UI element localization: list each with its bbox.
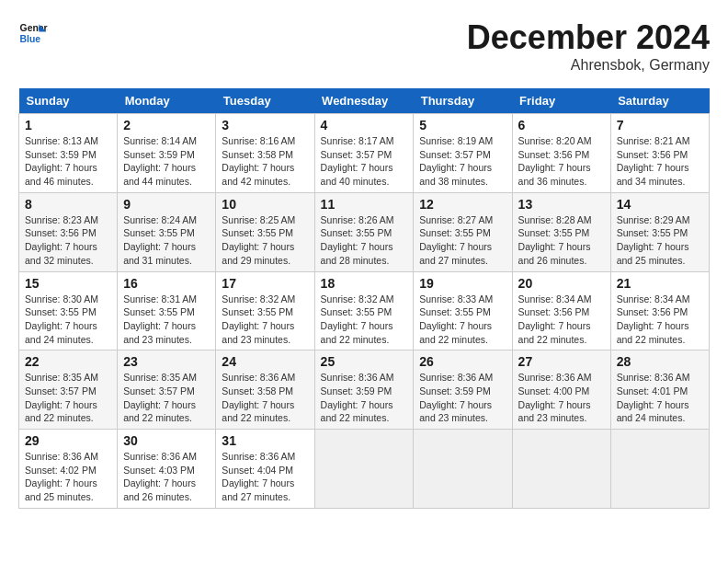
empty-day-cell [414,430,512,509]
day-number: 8 [25,197,111,212]
table-row: 13 Sunrise: 8:28 AM Sunset: 3:55 PM Dayl… [512,192,610,271]
table-row: 3 Sunrise: 8:16 AM Sunset: 3:58 PM Dayli… [216,114,314,193]
header-saturday: Saturday [610,88,709,114]
table-row: 18 Sunrise: 8:32 AM Sunset: 3:55 PM Dayl… [314,271,414,350]
title-block: December 2024 Ahrensbok, Germany [467,18,710,74]
day-number: 21 [617,276,703,291]
day-number: 22 [25,354,111,369]
table-row: 17 Sunrise: 8:32 AM Sunset: 3:55 PM Dayl… [216,271,314,350]
empty-day-cell [610,430,709,509]
day-number: 30 [123,433,210,448]
day-info: Sunrise: 8:36 AM Sunset: 4:04 PM Dayligh… [222,450,308,504]
header-tuesday: Tuesday [216,88,314,114]
day-info: Sunrise: 8:23 AM Sunset: 3:56 PM Dayligh… [25,213,111,268]
day-info: Sunrise: 8:31 AM Sunset: 3:55 PM Dayligh… [123,293,210,347]
day-number: 20 [518,276,605,291]
table-row: 1 Sunrise: 8:13 AM Sunset: 3:59 PM Dayli… [19,114,118,193]
calendar-subtitle: Ahrensbok, Germany [467,57,710,74]
header-friday: Friday [512,88,610,114]
calendar-week-row: 1 Sunrise: 8:13 AM Sunset: 3:59 PM Dayli… [19,114,710,193]
header-thursday: Thursday [414,88,512,114]
page-header: General Blue December 2024 Ahrensbok, Ge… [18,18,710,74]
day-number: 9 [123,197,210,212]
table-row: 28 Sunrise: 8:36 AM Sunset: 4:01 PM Dayl… [610,350,709,430]
table-row: 25 Sunrise: 8:36 AM Sunset: 3:59 PM Dayl… [314,350,414,430]
table-row: 10 Sunrise: 8:25 AM Sunset: 3:55 PM Dayl… [216,192,314,271]
table-row: 22 Sunrise: 8:35 AM Sunset: 3:57 PM Dayl… [19,350,118,430]
table-row: 16 Sunrise: 8:31 AM Sunset: 3:55 PM Dayl… [118,271,216,350]
day-number: 14 [617,197,703,212]
day-number: 2 [123,118,210,132]
day-info: Sunrise: 8:24 AM Sunset: 3:55 PM Dayligh… [123,213,210,268]
day-number: 19 [419,276,506,291]
table-row: 23 Sunrise: 8:35 AM Sunset: 3:57 PM Dayl… [118,350,216,430]
day-info: Sunrise: 8:36 AM Sunset: 4:01 PM Dayligh… [617,371,703,425]
table-row: 29 Sunrise: 8:36 AM Sunset: 4:02 PM Dayl… [19,430,118,509]
day-number: 26 [419,354,506,369]
table-row: 31 Sunrise: 8:36 AM Sunset: 4:04 PM Dayl… [216,430,314,509]
logo: General Blue [18,18,48,48]
table-row: 9 Sunrise: 8:24 AM Sunset: 3:55 PM Dayli… [118,192,216,271]
day-number: 18 [321,276,408,291]
day-number: 16 [123,276,210,291]
table-row: 27 Sunrise: 8:36 AM Sunset: 4:00 PM Dayl… [512,350,610,430]
day-number: 10 [222,197,308,212]
day-info: Sunrise: 8:27 AM Sunset: 3:55 PM Dayligh… [419,213,506,268]
svg-text:General: General [20,23,48,33]
calendar-week-row: 29 Sunrise: 8:36 AM Sunset: 4:02 PM Dayl… [19,430,710,509]
day-info: Sunrise: 8:36 AM Sunset: 4:02 PM Dayligh… [25,450,111,504]
weekday-header-row: Sunday Monday Tuesday Wednesday Thursday… [19,88,710,114]
day-info: Sunrise: 8:25 AM Sunset: 3:55 PM Dayligh… [222,213,308,268]
day-info: Sunrise: 8:32 AM Sunset: 3:55 PM Dayligh… [222,293,308,347]
header-sunday: Sunday [19,88,118,114]
day-info: Sunrise: 8:36 AM Sunset: 4:00 PM Dayligh… [518,371,605,425]
day-info: Sunrise: 8:35 AM Sunset: 3:57 PM Dayligh… [123,371,210,425]
day-number: 13 [518,197,605,212]
table-row: 8 Sunrise: 8:23 AM Sunset: 3:56 PM Dayli… [19,192,118,271]
day-number: 23 [123,354,210,369]
day-number: 31 [222,433,308,448]
day-number: 17 [222,276,308,291]
table-row: 2 Sunrise: 8:14 AM Sunset: 3:59 PM Dayli… [118,114,216,193]
day-number: 5 [419,118,506,132]
day-number: 24 [222,354,308,369]
day-info: Sunrise: 8:26 AM Sunset: 3:55 PM Dayligh… [321,213,408,268]
day-info: Sunrise: 8:36 AM Sunset: 4:03 PM Dayligh… [123,450,210,504]
day-info: Sunrise: 8:36 AM Sunset: 3:59 PM Dayligh… [419,371,506,425]
empty-day-cell [512,430,610,509]
day-info: Sunrise: 8:13 AM Sunset: 3:59 PM Dayligh… [25,134,111,189]
table-row: 30 Sunrise: 8:36 AM Sunset: 4:03 PM Dayl… [118,430,216,509]
calendar-week-row: 15 Sunrise: 8:30 AM Sunset: 3:55 PM Dayl… [19,271,710,350]
day-info: Sunrise: 8:30 AM Sunset: 3:55 PM Dayligh… [25,293,111,347]
day-number: 29 [25,433,111,448]
day-info: Sunrise: 8:16 AM Sunset: 3:58 PM Dayligh… [222,134,308,189]
day-number: 11 [321,197,408,212]
table-row: 15 Sunrise: 8:30 AM Sunset: 3:55 PM Dayl… [19,271,118,350]
header-wednesday: Wednesday [314,88,414,114]
calendar-week-row: 8 Sunrise: 8:23 AM Sunset: 3:56 PM Dayli… [19,192,710,271]
table-row: 7 Sunrise: 8:21 AM Sunset: 3:56 PM Dayli… [610,114,709,193]
day-number: 28 [617,354,703,369]
day-info: Sunrise: 8:35 AM Sunset: 3:57 PM Dayligh… [25,371,111,425]
day-number: 27 [518,354,605,369]
table-row: 4 Sunrise: 8:17 AM Sunset: 3:57 PM Dayli… [314,114,414,193]
day-number: 1 [25,118,111,132]
day-info: Sunrise: 8:14 AM Sunset: 3:59 PM Dayligh… [123,134,210,189]
table-row: 14 Sunrise: 8:29 AM Sunset: 3:55 PM Dayl… [610,192,709,271]
day-info: Sunrise: 8:28 AM Sunset: 3:55 PM Dayligh… [518,213,605,268]
day-info: Sunrise: 8:36 AM Sunset: 3:59 PM Dayligh… [321,371,408,425]
day-number: 15 [25,276,111,291]
day-number: 25 [321,354,408,369]
day-number: 6 [518,118,605,132]
table-row: 12 Sunrise: 8:27 AM Sunset: 3:55 PM Dayl… [414,192,512,271]
svg-text:Blue: Blue [20,34,41,44]
day-info: Sunrise: 8:20 AM Sunset: 3:56 PM Dayligh… [518,134,605,189]
table-row: 5 Sunrise: 8:19 AM Sunset: 3:57 PM Dayli… [414,114,512,193]
header-monday: Monday [118,88,216,114]
table-row: 6 Sunrise: 8:20 AM Sunset: 3:56 PM Dayli… [512,114,610,193]
table-row: 19 Sunrise: 8:33 AM Sunset: 3:55 PM Dayl… [414,271,512,350]
empty-day-cell [314,430,414,509]
day-info: Sunrise: 8:19 AM Sunset: 3:57 PM Dayligh… [419,134,506,189]
calendar-title: December 2024 [467,18,710,57]
day-number: 7 [617,118,703,132]
